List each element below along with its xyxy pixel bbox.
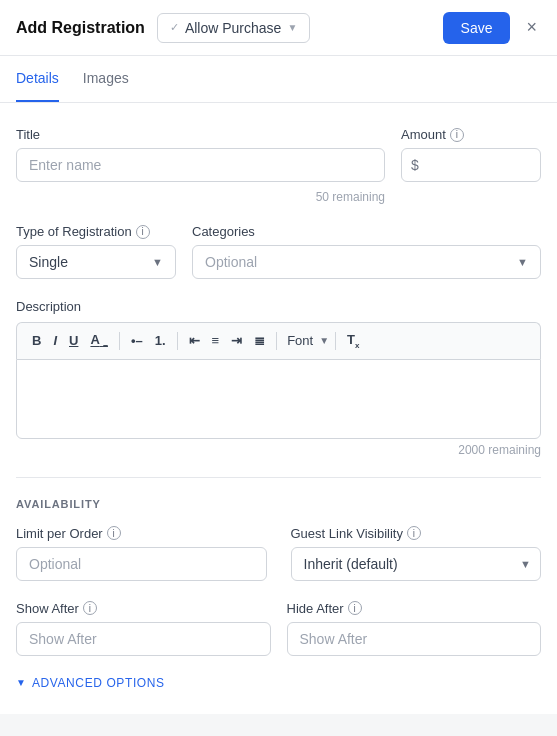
advanced-options-label: Advanced Options bbox=[32, 676, 165, 690]
allow-purchase-button[interactable]: ✓ Allow Purchase ▼ bbox=[157, 13, 310, 43]
clear-format-button[interactable]: Tx bbox=[342, 329, 364, 353]
font-dropdown-arrow: ▼ bbox=[319, 335, 329, 346]
amount-group: Amount i $ bbox=[401, 127, 541, 204]
amount-input-wrap: $ bbox=[401, 148, 541, 182]
description-label: Description bbox=[16, 299, 541, 314]
align-left-button[interactable]: ⇤ bbox=[184, 330, 205, 351]
toolbar-divider-2 bbox=[177, 332, 178, 350]
limit-info-icon[interactable]: i bbox=[107, 526, 121, 540]
title-input[interactable] bbox=[16, 148, 385, 182]
type-categories-row: Type of Registration i Single ▼ Categori… bbox=[16, 224, 541, 279]
ordered-list-button[interactable]: 1. bbox=[150, 330, 171, 351]
header: Add Registration ✓ Allow Purchase ▼ Save… bbox=[0, 0, 557, 56]
guest-link-info-icon[interactable]: i bbox=[407, 526, 421, 540]
description-group: Description B I U A – •– 1. ⇤ ≡ ⇥ ≣ Font… bbox=[16, 299, 541, 457]
inherit-select-wrap: Inherit (default) ▼ bbox=[291, 547, 542, 581]
tabs-bar: Details Images bbox=[0, 56, 557, 103]
strikethrough-button[interactable]: A – bbox=[85, 329, 113, 353]
toolbar-divider-1 bbox=[119, 332, 120, 350]
amount-input[interactable] bbox=[401, 148, 541, 182]
bold-button[interactable]: B bbox=[27, 330, 46, 351]
show-after-label: Show After i bbox=[16, 601, 271, 616]
guest-link-group: Guest Link Visibility i Inherit (default… bbox=[291, 526, 542, 581]
type-group: Type of Registration i Single ▼ bbox=[16, 224, 176, 279]
hide-after-input[interactable] bbox=[287, 622, 542, 656]
underline-button[interactable]: U bbox=[64, 330, 83, 351]
amount-info-icon[interactable]: i bbox=[450, 128, 464, 142]
advanced-chevron-icon: ▼ bbox=[16, 677, 26, 688]
title-amount-row: Title 50 remaining Amount i $ bbox=[16, 127, 541, 204]
toolbar-divider-4 bbox=[335, 332, 336, 350]
chevron-left-icon: ✓ bbox=[170, 21, 179, 34]
categories-select[interactable]: Optional ▼ bbox=[192, 245, 541, 279]
toolbar-divider-3 bbox=[276, 332, 277, 350]
limit-label: Limit per Order i bbox=[16, 526, 267, 541]
title-remaining: 50 remaining bbox=[16, 190, 385, 204]
italic-button[interactable]: I bbox=[48, 330, 62, 351]
guest-link-label: Guest Link Visibility i bbox=[291, 526, 542, 541]
show-after-info-icon[interactable]: i bbox=[83, 601, 97, 615]
availability-row: Limit per Order i Guest Link Visibility … bbox=[16, 526, 541, 581]
show-after-input[interactable] bbox=[16, 622, 271, 656]
show-after-group: Show After i bbox=[16, 601, 271, 656]
categories-chevron-icon: ▼ bbox=[517, 256, 528, 268]
type-label: Type of Registration i bbox=[16, 224, 176, 239]
unordered-list-button[interactable]: •– bbox=[126, 330, 148, 351]
section-divider bbox=[16, 477, 541, 478]
limit-input[interactable] bbox=[16, 547, 267, 581]
title-label: Title bbox=[16, 127, 385, 142]
description-editor[interactable] bbox=[16, 359, 541, 439]
title-group: Title 50 remaining bbox=[16, 127, 385, 204]
hide-after-label: Hide After i bbox=[287, 601, 542, 616]
categories-placeholder: Optional bbox=[205, 254, 257, 270]
align-right-button[interactable]: ⇥ bbox=[226, 330, 247, 351]
justify-button[interactable]: ≣ bbox=[249, 330, 270, 351]
guest-link-select[interactable]: Inherit (default) bbox=[291, 547, 542, 581]
allow-purchase-label: Allow Purchase bbox=[185, 20, 282, 36]
chevron-down-icon: ▼ bbox=[287, 22, 297, 33]
page-title: Add Registration bbox=[16, 19, 145, 37]
limit-group: Limit per Order i bbox=[16, 526, 267, 581]
availability-section-label: Availability bbox=[16, 498, 541, 510]
hide-after-info-icon[interactable]: i bbox=[348, 601, 362, 615]
show-hide-after-row: Show After i Hide After i bbox=[16, 601, 541, 656]
description-remaining: 2000 remaining bbox=[16, 443, 541, 457]
font-label: Font bbox=[283, 333, 317, 348]
editor-toolbar: B I U A – •– 1. ⇤ ≡ ⇥ ≣ Font ▼ Tx bbox=[16, 322, 541, 359]
amount-label: Amount i bbox=[401, 127, 541, 142]
tab-details[interactable]: Details bbox=[16, 56, 59, 102]
advanced-options-toggle[interactable]: ▼ Advanced Options bbox=[16, 676, 541, 690]
categories-group: Categories Optional ▼ bbox=[192, 224, 541, 279]
close-button[interactable]: × bbox=[522, 13, 541, 42]
type-chevron-icon: ▼ bbox=[152, 256, 163, 268]
categories-label: Categories bbox=[192, 224, 541, 239]
dollar-prefix: $ bbox=[411, 157, 419, 173]
type-select[interactable]: Single ▼ bbox=[16, 245, 176, 279]
tab-images[interactable]: Images bbox=[83, 56, 129, 102]
align-center-button[interactable]: ≡ bbox=[207, 330, 225, 351]
save-button[interactable]: Save bbox=[443, 12, 511, 44]
type-info-icon[interactable]: i bbox=[136, 225, 150, 239]
type-value: Single bbox=[29, 254, 68, 270]
hide-after-group: Hide After i bbox=[287, 601, 542, 656]
form-content: Title 50 remaining Amount i $ Type of Re… bbox=[0, 103, 557, 714]
